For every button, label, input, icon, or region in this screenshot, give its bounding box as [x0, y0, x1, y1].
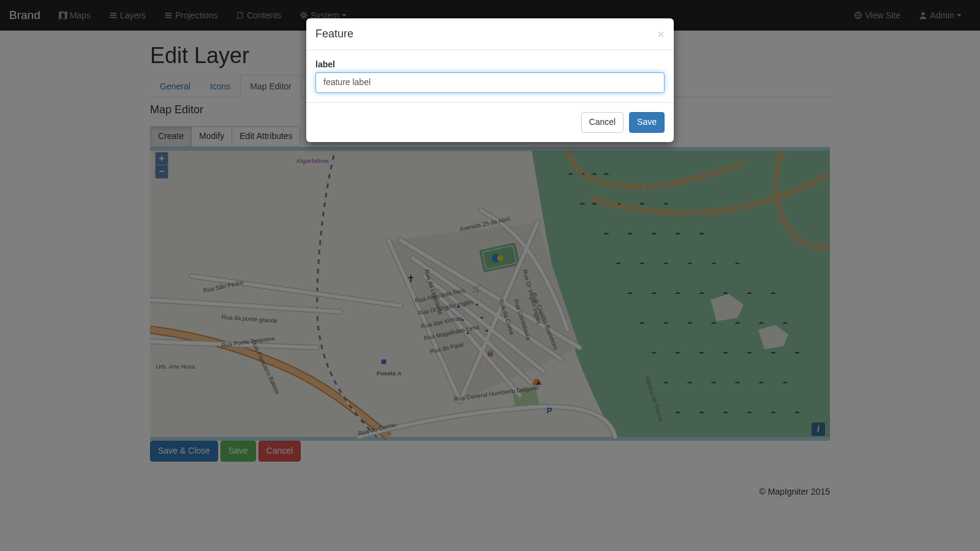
modal-cancel-button[interactable]: Cancel	[581, 112, 624, 133]
feature-modal: Feature × label Cancel Save	[306, 18, 674, 142]
close-icon[interactable]: ×	[657, 28, 665, 40]
modal-footer: Cancel Save	[306, 102, 674, 142]
modal-header: Feature ×	[306, 18, 674, 50]
modal-save-button[interactable]: Save	[629, 112, 665, 133]
field-label: label	[315, 59, 665, 69]
modal-title: Feature	[315, 28, 353, 40]
modal-body: label	[306, 50, 674, 102]
label-input[interactable]	[315, 72, 665, 93]
